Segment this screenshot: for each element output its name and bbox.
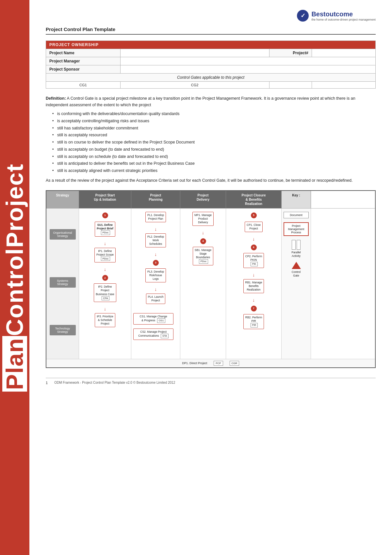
- bullet-1: is conforming with the deliverables/docu…: [52, 111, 376, 117]
- logo-icon: ✓: [297, 10, 309, 22]
- sidebar-control-label: Control: [3, 248, 26, 336]
- cg-badge-1: 1: [102, 212, 108, 218]
- project-sponsor-label: Project Sponsor: [46, 65, 121, 74]
- project-sponsor-value[interactable]: [120, 65, 375, 74]
- cg2-cell[interactable]: CG2: [120, 82, 269, 89]
- cs2-badge: STA: [161, 334, 169, 338]
- initiation-flow: 1 SU1. DefineProject Brief PDoc ↓ IP1. D…: [81, 212, 129, 356]
- key-parallel-activity: ParallelActivity: [284, 240, 309, 258]
- cg-badge-7: 7: [251, 306, 257, 311]
- cg1-cell[interactable]: CG1: [46, 82, 121, 89]
- proc-cp2: CP2. PerformPKIN PIK: [243, 253, 264, 268]
- key-control-gate: ControlGate: [284, 262, 309, 278]
- dp1-label: DP1. Direct Project: [182, 362, 207, 365]
- cg-badge-6: 6: [251, 244, 257, 250]
- definition-intro: Definition: A Control Gate is a special …: [46, 95, 376, 108]
- arrow-6: ↓: [155, 287, 157, 292]
- diag-delivery-col: MP1. ManageProductDelivery ↓ 4 SB1. Mana…: [180, 209, 226, 359]
- bullet-2: is acceptably controlling/mitigating ris…: [52, 118, 376, 124]
- strategy-org-label: Organisational Strategy: [50, 229, 76, 240]
- proc-rb2: RB2. PerformPIR PIR: [243, 314, 264, 329]
- logo-text-block: Bestoutcome the home of outcome-driven p…: [311, 10, 376, 21]
- key-doc-box: Document: [284, 212, 309, 218]
- logo-brand-part1: Best: [311, 10, 325, 18]
- closure-flow: 5 CP1. CloseProject ↓ 6 CP2. PerformPKIN…: [228, 212, 279, 356]
- arrow-5: ↓: [155, 252, 157, 257]
- logo-checkmark: ✓: [301, 12, 305, 19]
- arrow-1: ↓: [104, 241, 106, 246]
- diag-key-col: Document ProjectManagementProcess Parall…: [282, 209, 311, 359]
- strategy-tech-label: Technology Strategy: [50, 325, 76, 335]
- project-manager-value[interactable]: [120, 57, 375, 65]
- sb1-badge: PDoc: [199, 259, 208, 264]
- proc-ip1: IP1. DefineProject Scope PDoc: [94, 248, 116, 263]
- proc-ip3: IP3. Prioritize& ScheduleProject: [95, 313, 115, 327]
- proc-pl2: PL2. DevelopWorkSchedules: [145, 233, 166, 247]
- logo-tagline: the home of outcome-driven project manag…: [311, 18, 376, 21]
- cg-badge-4: 4: [200, 238, 206, 244]
- cg4-cell[interactable]: [312, 82, 375, 89]
- key-pm-process: ProjectManagementProcess: [284, 222, 309, 236]
- ip2-badge: CPA: [102, 296, 110, 301]
- proc-cp1: CP1. CloseProject: [245, 222, 263, 232]
- project-name-label: Project Name: [46, 49, 121, 57]
- proc-pl4: PL4. LaunchProject: [146, 294, 166, 304]
- sidebar: Project Control Plan: [0, 0, 29, 555]
- logo-area: ✓ Bestoutcome the home of outcome-driven…: [46, 10, 376, 22]
- diag-strategy-col: Organisational Strategy Systems Strategy…: [46, 209, 79, 359]
- dp-bar: DP1. Direct Project PCP CGR: [46, 359, 375, 367]
- logo-brand-part2: outcome: [326, 10, 353, 18]
- proc-mp1: MP1. ManageProductDelivery: [192, 212, 214, 226]
- cg-badge-2: 2: [102, 275, 108, 281]
- cg-badge-5: 5: [251, 212, 257, 218]
- ownership-table: PROJECT OWNERSHIP Project Name Project# …: [46, 41, 376, 89]
- project-num-value[interactable]: [312, 49, 375, 57]
- cg-badge-3: 3: [153, 260, 159, 266]
- proc-cs2: CS2. Manage ProjectCommunications STA: [133, 328, 173, 340]
- arrow-7: ↓: [202, 230, 204, 235]
- bullet-4: still is acceptably resourced: [52, 132, 376, 138]
- diag-initiation-col: 1 SU1. DefineProject Brief PDoc ↓ IP1. D…: [79, 209, 131, 359]
- delivery-flow: MP1. ManageProductDelivery ↓ 4 SB1. Mana…: [182, 212, 224, 356]
- proc-pl3: PL3. DevelopRisk/IssueLogs: [145, 268, 166, 282]
- footer-page-number: 1: [46, 381, 48, 385]
- page-title: Project Control Plan Template: [46, 26, 376, 32]
- proc-cs1: CS1. Manage Change& Progress CG1: [133, 313, 173, 325]
- page-title-area: Project Control Plan Template: [46, 26, 376, 35]
- ownership-header: PROJECT OWNERSHIP: [46, 41, 376, 49]
- proc-ip2: IP2. DefineProjectBusiness Case CPA: [94, 283, 116, 302]
- diag-header-strategy: Strategy: [46, 191, 79, 208]
- bullet-7: still is acceptably on schedule (to date…: [52, 154, 376, 160]
- cs1-badge: CG1: [157, 318, 165, 323]
- logo-brand: Bestoutcome: [311, 10, 376, 18]
- footer-copyright: ODM Framework - Project Control Plan Tem…: [54, 381, 175, 384]
- key-parallel-label: ParallelActivity: [291, 251, 301, 258]
- bullet-3: still has satisfactory stakeholder commi…: [52, 125, 376, 131]
- bullet-6: still is acceptably on budget (to date a…: [52, 146, 376, 153]
- diagram-wrapper: Strategy Project StartUp & Initiation Pr…: [46, 190, 376, 368]
- diagram-header-row: Strategy Project StartUp & Initiation Pr…: [46, 191, 375, 209]
- arrow-2: ↓: [104, 267, 106, 272]
- diag-header-key: Key :: [282, 191, 311, 208]
- cp2-badge: PIK: [251, 262, 258, 266]
- key-cg-label: ControlGate: [292, 270, 301, 278]
- key-document: Document: [284, 212, 309, 218]
- su1-badge: PDoc: [101, 230, 110, 235]
- cg3-cell[interactable]: [269, 82, 312, 89]
- dp-pcp-badge: PCP: [214, 361, 223, 366]
- sidebar-plan-label: Plan: [2, 336, 27, 392]
- arrow-4: ↓: [155, 227, 157, 231]
- bullet-8: still is anticipated to deliver the bene…: [52, 160, 376, 167]
- project-name-value[interactable]: [120, 49, 269, 57]
- diagram-body-row: Organisational Strategy Systems Strategy…: [46, 209, 375, 359]
- arrow-8: ↓: [253, 237, 255, 241]
- diag-header-delivery: ProjectDelivery: [180, 191, 226, 208]
- arrow-10: ↓: [253, 298, 255, 302]
- rb2-badge: PIR: [251, 323, 258, 328]
- bullet-list: is conforming with the deliverables/docu…: [46, 111, 376, 174]
- strategy-sys-label: Systems Strategy: [50, 277, 76, 288]
- page-footer: 1 ODM Framework - Project Control Plan T…: [46, 378, 376, 385]
- proc-sb1: SB1. ManageStageBoundaries PDoc: [193, 247, 214, 265]
- logo-box: ✓ Bestoutcome the home of outcome-driven…: [297, 10, 376, 22]
- key-cg-triangle: [292, 262, 301, 269]
